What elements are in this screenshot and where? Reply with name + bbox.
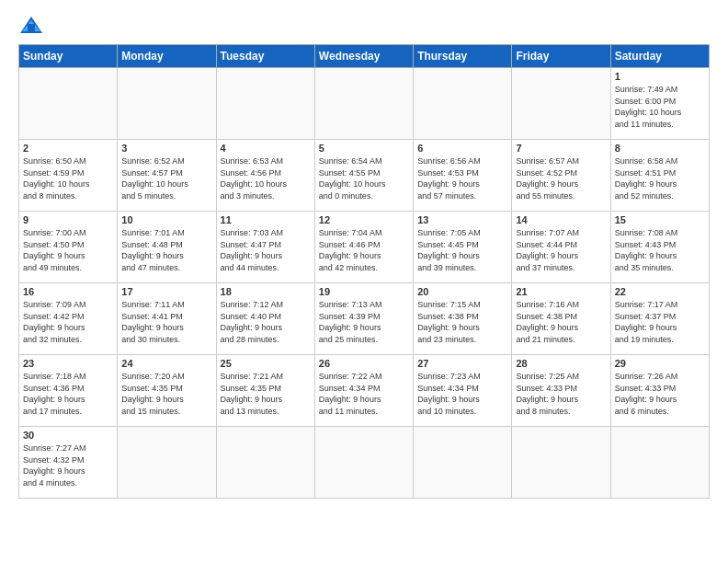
calendar-cell: 27Sunrise: 7:23 AM Sunset: 4:34 PM Dayli…: [414, 355, 512, 427]
day-number: 13: [417, 214, 507, 225]
day-of-week-header: Tuesday: [216, 45, 314, 68]
calendar-cell: [216, 68, 314, 140]
day-info: Sunrise: 7:49 AM Sunset: 6:00 PM Dayligh…: [615, 84, 705, 130]
calendar-cell: 9Sunrise: 7:00 AM Sunset: 4:50 PM Daylig…: [19, 212, 118, 283]
day-number: 16: [23, 286, 113, 297]
day-info: Sunrise: 7:21 AM Sunset: 4:35 PM Dayligh…: [221, 371, 311, 417]
day-info: Sunrise: 6:52 AM Sunset: 4:57 PM Dayligh…: [121, 155, 211, 201]
calendar-cell: 19Sunrise: 7:13 AM Sunset: 4:39 PM Dayli…: [314, 283, 413, 355]
day-number: 4: [221, 143, 311, 154]
calendar-cell: 1Sunrise: 7:49 AM Sunset: 6:00 PM Daylig…: [610, 68, 709, 140]
calendar-cell: 20Sunrise: 7:15 AM Sunset: 4:38 PM Dayli…: [414, 283, 512, 355]
calendar-cell: 13Sunrise: 7:05 AM Sunset: 4:45 PM Dayli…: [414, 212, 512, 283]
day-info: Sunrise: 7:23 AM Sunset: 4:34 PM Dayligh…: [417, 371, 507, 417]
day-number: 29: [615, 358, 705, 369]
page: SundayMondayTuesdayWednesdayThursdayFrid…: [0, 0, 728, 563]
calendar-cell: 3Sunrise: 6:52 AM Sunset: 4:57 PM Daylig…: [118, 140, 216, 212]
day-number: 22: [615, 286, 705, 297]
day-number: 23: [23, 358, 113, 369]
day-number: 24: [121, 358, 211, 369]
calendar-cell: 14Sunrise: 7:07 AM Sunset: 4:44 PM Dayli…: [512, 212, 610, 283]
logo-icon: [18, 15, 44, 35]
calendar-cell: [314, 427, 413, 499]
day-info: Sunrise: 7:25 AM Sunset: 4:33 PM Dayligh…: [516, 371, 606, 417]
calendar: SundayMondayTuesdayWednesdayThursdayFrid…: [18, 44, 710, 499]
calendar-cell: 15Sunrise: 7:08 AM Sunset: 4:43 PM Dayli…: [610, 212, 709, 283]
calendar-cell: [314, 68, 413, 140]
day-of-week-header: Saturday: [610, 45, 709, 68]
calendar-cell: 29Sunrise: 7:26 AM Sunset: 4:33 PM Dayli…: [610, 355, 709, 427]
calendar-cell: [19, 68, 118, 140]
day-info: Sunrise: 7:09 AM Sunset: 4:42 PM Dayligh…: [23, 299, 113, 345]
calendar-cell: 30Sunrise: 7:27 AM Sunset: 4:32 PM Dayli…: [19, 427, 118, 499]
calendar-cell: 6Sunrise: 6:56 AM Sunset: 4:53 PM Daylig…: [414, 140, 512, 212]
day-number: 11: [221, 214, 311, 225]
day-number: 6: [417, 143, 507, 154]
calendar-cell: 2Sunrise: 6:50 AM Sunset: 4:59 PM Daylig…: [19, 140, 118, 212]
day-number: 9: [23, 214, 113, 225]
day-info: Sunrise: 7:27 AM Sunset: 4:32 PM Dayligh…: [23, 442, 113, 488]
day-number: 17: [121, 286, 211, 297]
calendar-week-row: 1Sunrise: 7:49 AM Sunset: 6:00 PM Daylig…: [19, 68, 710, 140]
day-number: 2: [23, 143, 113, 154]
day-of-week-header: Monday: [118, 45, 216, 68]
calendar-cell: 21Sunrise: 7:16 AM Sunset: 4:38 PM Dayli…: [512, 283, 610, 355]
calendar-cell: [216, 427, 314, 499]
day-info: Sunrise: 7:12 AM Sunset: 4:40 PM Dayligh…: [221, 299, 311, 345]
day-number: 27: [417, 358, 507, 369]
calendar-cell: 17Sunrise: 7:11 AM Sunset: 4:41 PM Dayli…: [118, 283, 216, 355]
day-of-week-header: Wednesday: [314, 45, 413, 68]
day-info: Sunrise: 7:18 AM Sunset: 4:36 PM Dayligh…: [23, 371, 113, 417]
calendar-cell: 4Sunrise: 6:53 AM Sunset: 4:56 PM Daylig…: [216, 140, 314, 212]
day-number: 5: [319, 143, 409, 154]
day-number: 20: [417, 286, 507, 297]
logo-area: [18, 15, 48, 35]
calendar-cell: [414, 68, 512, 140]
calendar-cell: 16Sunrise: 7:09 AM Sunset: 4:42 PM Dayli…: [19, 283, 118, 355]
day-info: Sunrise: 7:15 AM Sunset: 4:38 PM Dayligh…: [417, 299, 507, 345]
day-number: 18: [221, 286, 311, 297]
calendar-week-row: 9Sunrise: 7:00 AM Sunset: 4:50 PM Daylig…: [19, 212, 710, 283]
calendar-cell: 11Sunrise: 7:03 AM Sunset: 4:47 PM Dayli…: [216, 212, 314, 283]
calendar-header-row: SundayMondayTuesdayWednesdayThursdayFrid…: [19, 45, 710, 68]
calendar-cell: 18Sunrise: 7:12 AM Sunset: 4:40 PM Dayli…: [216, 283, 314, 355]
day-number: 3: [121, 143, 211, 154]
calendar-week-row: 16Sunrise: 7:09 AM Sunset: 4:42 PM Dayli…: [19, 283, 710, 355]
day-info: Sunrise: 7:03 AM Sunset: 4:47 PM Dayligh…: [221, 227, 311, 273]
day-number: 15: [615, 214, 705, 225]
calendar-cell: [512, 427, 610, 499]
day-info: Sunrise: 7:26 AM Sunset: 4:33 PM Dayligh…: [615, 371, 705, 417]
day-info: Sunrise: 7:20 AM Sunset: 4:35 PM Dayligh…: [121, 371, 211, 417]
calendar-week-row: 23Sunrise: 7:18 AM Sunset: 4:36 PM Dayli…: [19, 355, 710, 427]
day-info: Sunrise: 6:53 AM Sunset: 4:56 PM Dayligh…: [221, 155, 311, 201]
day-info: Sunrise: 7:04 AM Sunset: 4:46 PM Dayligh…: [319, 227, 409, 273]
calendar-cell: 10Sunrise: 7:01 AM Sunset: 4:48 PM Dayli…: [118, 212, 216, 283]
day-number: 7: [516, 143, 606, 154]
day-number: 1: [615, 71, 705, 82]
day-info: Sunrise: 7:05 AM Sunset: 4:45 PM Dayligh…: [417, 227, 507, 273]
day-info: Sunrise: 7:17 AM Sunset: 4:37 PM Dayligh…: [615, 299, 705, 345]
day-number: 14: [516, 214, 606, 225]
day-info: Sunrise: 7:11 AM Sunset: 4:41 PM Dayligh…: [121, 299, 211, 345]
day-number: 28: [516, 358, 606, 369]
calendar-cell: 28Sunrise: 7:25 AM Sunset: 4:33 PM Dayli…: [512, 355, 610, 427]
header: [18, 15, 710, 35]
day-info: Sunrise: 7:00 AM Sunset: 4:50 PM Dayligh…: [23, 227, 113, 273]
calendar-week-row: 30Sunrise: 7:27 AM Sunset: 4:32 PM Dayli…: [19, 427, 710, 499]
day-info: Sunrise: 6:50 AM Sunset: 4:59 PM Dayligh…: [23, 155, 113, 201]
calendar-cell: [118, 427, 216, 499]
day-number: 26: [319, 358, 409, 369]
calendar-cell: 25Sunrise: 7:21 AM Sunset: 4:35 PM Dayli…: [216, 355, 314, 427]
day-number: 10: [121, 214, 211, 225]
day-info: Sunrise: 7:07 AM Sunset: 4:44 PM Dayligh…: [516, 227, 606, 273]
day-number: 25: [221, 358, 311, 369]
calendar-cell: [414, 427, 512, 499]
calendar-cell: [610, 427, 709, 499]
calendar-cell: 23Sunrise: 7:18 AM Sunset: 4:36 PM Dayli…: [19, 355, 118, 427]
calendar-week-row: 2Sunrise: 6:50 AM Sunset: 4:59 PM Daylig…: [19, 140, 710, 212]
day-of-week-header: Thursday: [414, 45, 512, 68]
day-info: Sunrise: 7:08 AM Sunset: 4:43 PM Dayligh…: [615, 227, 705, 273]
day-info: Sunrise: 7:16 AM Sunset: 4:38 PM Dayligh…: [516, 299, 606, 345]
calendar-cell: 26Sunrise: 7:22 AM Sunset: 4:34 PM Dayli…: [314, 355, 413, 427]
day-number: 8: [615, 143, 705, 154]
